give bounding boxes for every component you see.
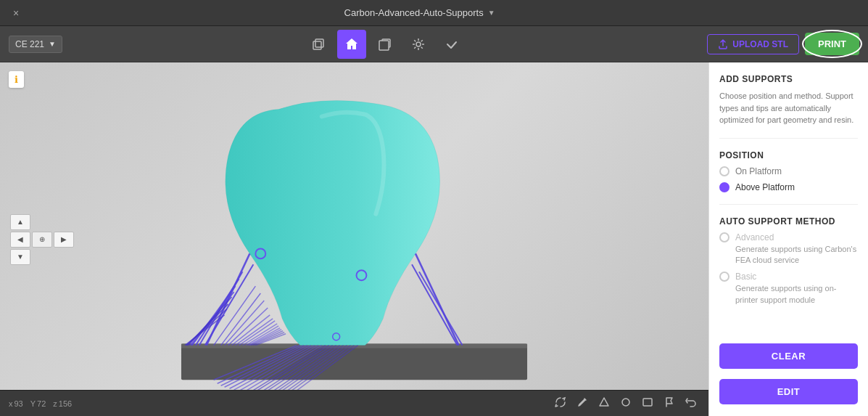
title-dropdown-icon[interactable]: ▼ <box>488 9 495 17</box>
copy-tool-button[interactable] <box>371 30 400 59</box>
basic-option: Basic Generate supports using on-printer… <box>719 272 858 306</box>
check-tool-button[interactable] <box>437 30 466 59</box>
pan-left-button[interactable]: ◀ <box>10 232 30 248</box>
rotate-icon <box>555 396 566 408</box>
circle-tool-button[interactable] <box>617 395 635 412</box>
position-section: POSITION On Platform Above Platform <box>719 150 858 192</box>
printer-name: CE 221 <box>15 39 44 49</box>
svg-rect-4 <box>181 344 527 380</box>
top-bar: × Carbon-Advanced-Auto-Supports ▼ <box>0 0 868 26</box>
advanced-option: Advanced Generate supports using Carbon'… <box>719 232 858 266</box>
rect-tool-button[interactable] <box>639 395 656 412</box>
edit-button[interactable]: EDIT <box>719 379 858 404</box>
rect-icon <box>642 396 653 408</box>
pan-down-button[interactable]: ▼ <box>10 249 30 265</box>
auto-support-section: AUTO SUPPORT METHOD Advanced Generate su… <box>719 216 858 306</box>
pan-right-button[interactable]: ▶ <box>54 232 74 248</box>
info-icon: ℹ <box>15 74 18 85</box>
above-platform-label: Above Platform <box>735 182 795 192</box>
duplicate-tool-button[interactable] <box>304 30 333 59</box>
flag-icon <box>664 396 675 408</box>
svg-rect-2 <box>379 41 389 50</box>
z-coord: z 156 <box>53 399 72 408</box>
right-panel: ADD SUPPORTS Choose position and method.… <box>708 62 868 416</box>
undo-icon <box>685 396 697 408</box>
adjust-icon <box>411 37 426 52</box>
pan-up-button[interactable]: ▲ <box>10 214 30 230</box>
basic-radio[interactable] <box>719 272 729 282</box>
upload-stl-button[interactable]: UPLOAD STL <box>707 34 799 54</box>
circle-icon <box>620 396 632 408</box>
pen-tool-button[interactable] <box>574 395 591 412</box>
duplicate-icon <box>311 37 326 52</box>
svg-point-54 <box>622 399 629 406</box>
close-button[interactable]: × <box>9 6 23 20</box>
above-platform-radio[interactable] <box>719 182 729 192</box>
upload-icon <box>718 39 728 49</box>
add-supports-section: ADD SUPPORTS Choose position and method.… <box>719 74 858 126</box>
on-platform-option[interactable]: On Platform <box>719 166 858 176</box>
main-content: ℹ ▲ ◀ ⊕ ▶ ▼ x 93 Y 72 <box>0 62 868 416</box>
toolbar: CE 221 ▼ <box>0 26 868 62</box>
clear-button[interactable]: CLEAR <box>719 343 858 369</box>
x-label: x <box>9 399 13 408</box>
scene-svg <box>0 62 708 416</box>
triangle-tool-button[interactable] <box>595 395 613 412</box>
print-button-wrapper: PRINT <box>805 33 859 55</box>
nav-controls: ▲ ◀ ⊕ ▶ ▼ <box>10 214 74 265</box>
svg-line-15 <box>185 315 225 346</box>
basic-radio-row[interactable]: Basic <box>719 272 858 282</box>
viewport[interactable]: ℹ ▲ ◀ ⊕ ▶ ▼ x 93 Y 72 <box>0 62 708 416</box>
toolbar-left: CE 221 ▼ <box>9 36 62 53</box>
position-title: POSITION <box>719 150 858 160</box>
svg-rect-1 <box>315 39 323 47</box>
svg-point-3 <box>416 42 421 46</box>
copy-icon <box>378 37 392 52</box>
y-label: Y <box>30 399 36 408</box>
undo-tool-button[interactable] <box>682 395 700 412</box>
on-platform-radio[interactable] <box>719 166 729 176</box>
toolbar-right: UPLOAD STL PRINT <box>707 33 859 55</box>
toolbar-center <box>304 30 466 59</box>
divider-1 <box>719 138 858 139</box>
advanced-label: Advanced <box>735 232 774 242</box>
add-supports-title: ADD SUPPORTS <box>719 74 858 84</box>
print-button[interactable]: PRINT <box>805 33 859 55</box>
adjust-tool-button[interactable] <box>404 30 433 59</box>
bottom-bar: x 93 Y 72 z 156 <box>0 390 708 416</box>
advanced-description: Generate supports using Carbon's FEA clo… <box>719 244 858 266</box>
app-title: Carbon-Advanced-Auto-Supports <box>344 7 484 18</box>
info-note: ℹ <box>9 71 24 88</box>
svg-rect-0 <box>313 41 321 49</box>
title-bar: Carbon-Advanced-Auto-Supports ▼ <box>344 7 495 18</box>
svg-line-7 <box>205 264 254 345</box>
svg-line-31 <box>412 264 458 345</box>
pan-center-button[interactable]: ⊕ <box>32 232 52 248</box>
home-tool-button[interactable] <box>337 30 366 59</box>
advanced-radio-row[interactable]: Advanced <box>719 232 858 242</box>
coordinates: x 93 Y 72 z 156 <box>9 399 72 408</box>
bottom-tools <box>552 395 700 412</box>
y-coord: Y 72 <box>30 399 46 408</box>
z-value: 156 <box>59 399 72 408</box>
y-value: 72 <box>37 399 46 408</box>
svg-line-29 <box>255 334 286 346</box>
svg-line-30 <box>416 253 459 345</box>
flag-tool-button[interactable] <box>661 395 678 412</box>
pen-icon <box>576 396 588 408</box>
top-bar-left: × <box>9 6 23 20</box>
z-label: z <box>53 399 57 408</box>
home-icon <box>344 36 360 52</box>
above-platform-option[interactable]: Above Platform <box>719 182 858 192</box>
printer-dropdown-icon: ▼ <box>49 40 56 48</box>
x-coord: x 93 <box>9 399 23 408</box>
on-platform-label: On Platform <box>735 166 782 176</box>
add-supports-description: Choose position and method. Support type… <box>719 90 858 126</box>
basic-label: Basic <box>735 272 756 282</box>
divider-2 <box>719 204 858 205</box>
rotate-tool-button[interactable] <box>552 395 569 412</box>
printer-selector[interactable]: CE 221 ▼ <box>9 36 62 53</box>
basic-description: Generate supports using on-printer suppo… <box>719 283 858 306</box>
auto-support-title: AUTO SUPPORT METHOD <box>719 216 858 227</box>
advanced-radio[interactable] <box>719 232 729 242</box>
